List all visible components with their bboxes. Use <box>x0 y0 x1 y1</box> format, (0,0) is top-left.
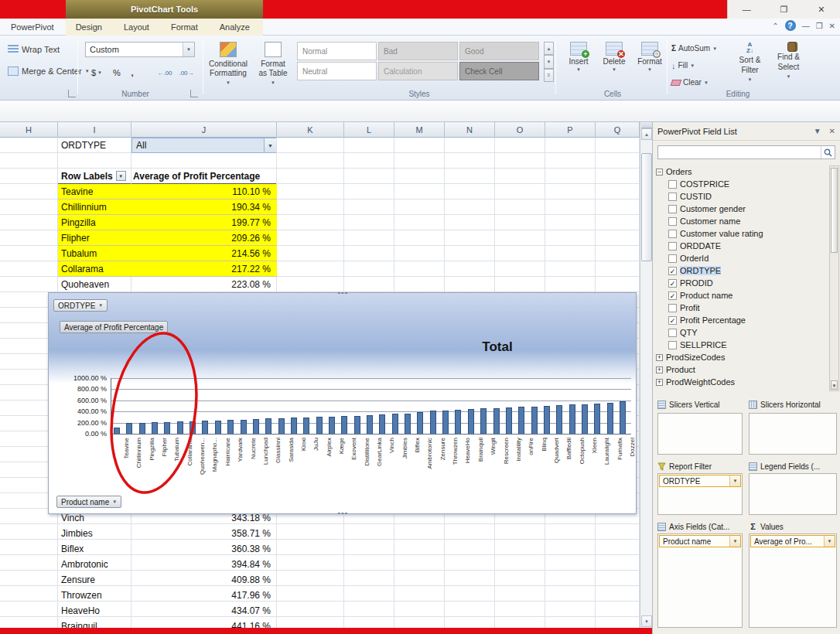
insert-cells-button[interactable]: + Insert ▼ <box>562 42 596 90</box>
values-field-chip[interactable]: Average of Pro... ▼ <box>750 535 835 547</box>
collapse-icon[interactable]: − <box>656 169 663 176</box>
chart-bar[interactable] <box>607 403 613 434</box>
tab-analyze[interactable]: Analyze <box>209 20 261 34</box>
chart-bar[interactable] <box>430 411 436 434</box>
cell-style-check-cell[interactable]: Check Cell <box>459 62 539 80</box>
checkbox-icon[interactable] <box>668 304 677 312</box>
chart-resize-handle-bottom[interactable] <box>337 512 348 515</box>
chart-bar[interactable] <box>455 410 461 434</box>
number-dialog-launcher[interactable] <box>190 90 198 97</box>
row-label-cell[interactable]: Brainquil <box>58 619 131 628</box>
chart-bar[interactable] <box>367 415 373 434</box>
expand-icon[interactable]: + <box>656 366 663 373</box>
checkbox-icon[interactable] <box>668 217 677 226</box>
tab-format[interactable]: Format <box>160 20 209 34</box>
checkbox-checked-icon[interactable]: ✓ <box>668 316 677 325</box>
chart-bar[interactable] <box>379 414 385 434</box>
checkbox-icon[interactable] <box>668 180 677 189</box>
chart-bar[interactable] <box>506 407 512 434</box>
axis-field-chip[interactable]: Product name ▼ <box>659 535 741 547</box>
chart-bar[interactable] <box>417 412 423 434</box>
workbook-minimize-icon[interactable]: — <box>802 22 810 30</box>
field-label[interactable]: ORDTYPE <box>680 266 721 275</box>
autosum-button[interactable]: Σ AutoSum ▼ <box>671 42 717 55</box>
row-value-cell[interactable]: 358.71 % <box>131 526 277 541</box>
row-label-cell[interactable]: Tubalum <box>58 246 131 261</box>
checkbox-checked-icon[interactable]: ✓ <box>668 279 677 288</box>
field-label[interactable]: SELLPRICE <box>680 340 727 349</box>
column-header-Q[interactable]: Q <box>596 122 640 138</box>
table-label[interactable]: ProdWeightCodes <box>666 377 735 387</box>
row-value-cell[interactable]: 214.56 % <box>131 246 277 261</box>
column-header-L[interactable]: L <box>344 122 394 138</box>
format-cells-button[interactable]: ⚙ Format ▼ <box>633 42 667 90</box>
workbook-close-icon[interactable]: ✕ <box>829 22 835 30</box>
sort-filter-button[interactable]: AZ↓ Sort & Filter ▼ <box>732 42 768 91</box>
chart-bar[interactable] <box>354 416 360 434</box>
row-labels-filter-icon[interactable]: ▼ <box>116 171 126 181</box>
help-icon[interactable]: ? <box>785 20 796 31</box>
expand-icon[interactable]: + <box>656 354 663 361</box>
chart-bar[interactable] <box>227 420 234 434</box>
checkbox-icon[interactable] <box>668 341 677 349</box>
tab-powerpivot[interactable]: PowerPivot <box>0 20 65 34</box>
chart-bar[interactable] <box>241 420 247 434</box>
field-label[interactable]: Customer name <box>680 216 740 226</box>
chart-title[interactable]: Total <box>451 339 544 355</box>
scroll-down-icon[interactable]: ▼ <box>641 615 652 627</box>
wrap-text-button[interactable]: Wrap Text <box>5 43 63 56</box>
expand-icon[interactable]: + <box>656 379 663 386</box>
column-header-K[interactable]: K <box>277 122 344 138</box>
chart-bar[interactable] <box>215 421 221 434</box>
chart-bar[interactable] <box>253 419 259 434</box>
search-icon[interactable] <box>821 146 835 158</box>
column-header-O[interactable]: O <box>495 122 545 138</box>
gallery-up-icon[interactable]: ▲ <box>544 42 554 55</box>
cell-style-calculation[interactable]: Calculation <box>378 62 458 80</box>
conditional-formatting-button[interactable]: Conditional Formatting ▼ <box>207 40 249 91</box>
row-label-cell[interactable]: HeaveHo <box>58 603 131 619</box>
chart-bar[interactable] <box>569 404 575 434</box>
field-label[interactable]: OrderId <box>680 254 709 263</box>
chart-bar[interactable] <box>405 414 411 434</box>
chart-bar[interactable] <box>177 421 183 434</box>
chart-bar[interactable] <box>265 418 271 434</box>
column-header-I[interactable]: I <box>58 122 131 138</box>
filter-label-cell[interactable]: ORDTYPE <box>58 138 131 153</box>
search-input[interactable] <box>658 146 821 158</box>
checkbox-checked-icon[interactable]: ✓ <box>668 291 677 300</box>
row-label-cell[interactable]: Flipher <box>58 230 131 245</box>
chart-bar[interactable] <box>468 409 474 434</box>
table-label[interactable]: Orders <box>666 167 692 176</box>
row-value-cell[interactable]: 190.34 % <box>131 199 277 214</box>
chart-bar[interactable] <box>316 417 323 434</box>
decrease-decimal-button[interactable]: .00→ <box>176 65 196 80</box>
field-label[interactable]: Customer value rating <box>680 229 763 238</box>
pane-close-icon[interactable]: ✕ <box>829 127 835 135</box>
field-label[interactable]: Profit <box>680 303 700 312</box>
chart-bar[interactable] <box>594 404 600 434</box>
scrollbar-split-handle[interactable] <box>641 122 652 128</box>
field-search-box[interactable] <box>657 145 835 159</box>
delete-cells-button[interactable]: ✕ Delete ▼ <box>597 42 631 90</box>
row-label-cell[interactable]: Chillinnium <box>58 199 131 214</box>
collapse-ribbon-icon[interactable]: ⌃ <box>772 22 778 30</box>
chart-bar[interactable] <box>164 422 170 434</box>
field-label[interactable]: Product name <box>680 291 732 300</box>
merge-center-button[interactable]: Merge & Center ▼ <box>5 65 93 77</box>
minimize-button[interactable]: — <box>735 2 758 16</box>
chart-bar[interactable] <box>329 417 335 434</box>
chevron-down-icon[interactable]: ▼ <box>729 476 740 486</box>
chart-bar[interactable] <box>518 407 524 434</box>
checkbox-icon[interactable] <box>668 193 677 201</box>
report-filter-chip[interactable]: ORDTYPE ▼ <box>659 475 741 487</box>
chart-bar[interactable] <box>582 404 588 434</box>
field-label[interactable]: QTY <box>680 328 698 337</box>
row-value-cell[interactable]: 209.26 % <box>131 230 277 245</box>
field-label[interactable]: COSTPRICE <box>680 179 729 189</box>
chart-bar[interactable] <box>480 408 487 434</box>
chart-bar[interactable] <box>202 421 208 434</box>
row-label-cell[interactable]: Zensure <box>58 572 131 588</box>
row-value-cell[interactable]: 223.08 % <box>131 277 277 292</box>
row-label-cell[interactable]: Ambrotonic <box>58 557 131 572</box>
